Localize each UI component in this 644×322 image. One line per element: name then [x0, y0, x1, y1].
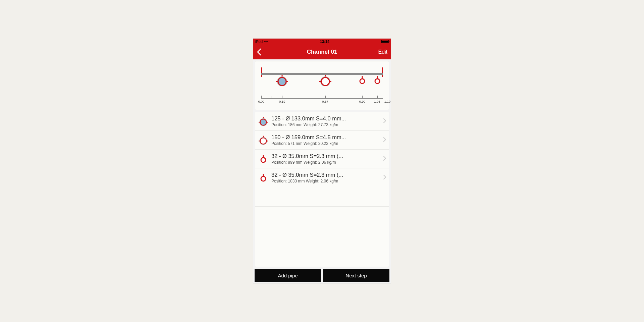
phone-screen: iPod 13:14 Channel 01 Edit: [253, 39, 391, 283]
nav-bar: Channel 01 Edit: [253, 45, 391, 59]
pipe-symbol[interactable]: [373, 76, 382, 86]
list-row-empty: [255, 226, 389, 246]
pipe-row[interactable]: 125 - Ø 133.0mm S=4.0 mm...Position: 186…: [255, 112, 389, 131]
pipe-symbol[interactable]: [276, 75, 288, 88]
ruler-label: 1.10: [384, 100, 391, 103]
channel-diagram: 0.000.190.570.901.031.10: [255, 61, 389, 110]
svg-point-27: [261, 176, 266, 181]
pipe-icon: [259, 155, 268, 163]
device-label: iPod: [255, 40, 263, 44]
svg-point-4: [278, 77, 286, 86]
back-button[interactable]: [257, 48, 270, 56]
wifi-icon: [264, 40, 268, 43]
ruler-tick: [377, 96, 378, 99]
status-bar: iPod 13:14: [253, 39, 391, 45]
ruler-tick: [282, 96, 282, 99]
chevron-right-icon: [383, 118, 386, 124]
pipe-title: 125 - Ø 133.0mm S=4.0 mm...: [271, 115, 380, 122]
edit-button[interactable]: Edit: [374, 49, 387, 55]
beam-end-left: [261, 67, 262, 77]
content-area: 0.000.190.570.901.031.10 125 - Ø 133.0mm…: [253, 59, 391, 269]
ruler-label: 0.90: [359, 100, 366, 103]
footer-bar: Add pipe Next step: [253, 269, 391, 283]
ruler-label: 0.57: [322, 100, 328, 103]
battery-icon: [381, 40, 389, 43]
ruler-label: 1.03: [374, 100, 380, 103]
chevron-left-icon: [257, 48, 261, 56]
svg-point-18: [260, 119, 267, 125]
ruler: 0.000.190.570.901.031.10: [259, 96, 385, 107]
chevron-right-icon: [383, 175, 386, 181]
chevron-right-icon: [383, 137, 386, 143]
pipe-title: 32 - Ø 35.0mm S=2.3 mm (...: [271, 153, 380, 159]
pipe-title: 32 - Ø 35.0mm S=2.3 mm (...: [271, 172, 380, 178]
pipe-row[interactable]: 32 - Ø 35.0mm S=2.3 mm (...Position: 899…: [255, 150, 389, 168]
chevron-right-icon: [383, 156, 386, 162]
svg-point-13: [375, 79, 380, 84]
beam-end-right: [382, 67, 383, 77]
ruler-tick: [325, 96, 326, 99]
svg-point-25: [261, 158, 266, 162]
pipe-subtitle: Position: 186 mm Weight: 27.73 kg/m: [271, 122, 380, 127]
svg-point-9: [321, 77, 329, 86]
pipe-subtitle: Position: 571 mm Weight: 20.22 kg/m: [271, 141, 380, 146]
pipe-symbol[interactable]: [358, 76, 367, 86]
pipe-title: 150 - Ø 159.0mm S=4.5 mm...: [271, 134, 380, 141]
svg-point-23: [260, 138, 267, 144]
pipe-row[interactable]: 32 - Ø 35.0mm S=2.3 mm (...Position: 103…: [255, 168, 389, 187]
pipe-subtitle: Position: 1033 mm Weight: 2.06 kg/m: [271, 179, 380, 183]
ruler-tick: [362, 96, 363, 99]
pipe-icon: [259, 116, 268, 127]
ruler-label: 0.00: [258, 100, 265, 103]
ruler-tick: [271, 96, 271, 99]
page-title: Channel 01: [270, 49, 374, 55]
pipe-list: 125 - Ø 133.0mm S=4.0 mm...Position: 186…: [255, 112, 389, 267]
svg-point-11: [360, 79, 365, 84]
pipe-icon: [259, 135, 268, 146]
list-row-empty: [255, 187, 389, 207]
list-row-empty: [255, 207, 389, 226]
next-step-button[interactable]: Next step: [323, 269, 389, 282]
clock: 13:14: [320, 40, 329, 44]
beam-diagram: [259, 67, 385, 94]
ruler-tick: [261, 96, 262, 99]
ruler-label: 0.19: [279, 100, 285, 103]
ruler-tick: [385, 96, 385, 99]
pipe-symbol[interactable]: [319, 75, 331, 88]
pipe-subtitle: Position: 899 mm Weight: 2.06 kg/m: [271, 160, 380, 165]
pipe-row[interactable]: 150 - Ø 159.0mm S=4.5 mm...Position: 571…: [255, 131, 389, 150]
add-pipe-button[interactable]: Add pipe: [255, 269, 321, 282]
pipe-icon: [259, 174, 268, 182]
